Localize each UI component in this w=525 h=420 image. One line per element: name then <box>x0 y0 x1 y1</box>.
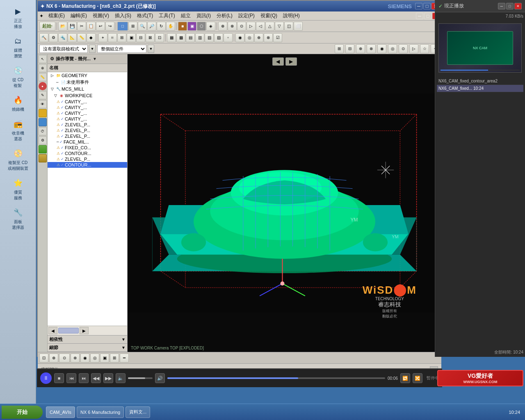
sidebar-item-radio[interactable]: 📻 收音機選器 <box>2 116 34 144</box>
tb-view2[interactable]: ⊞ <box>128 22 137 31</box>
tb-open[interactable]: 📂 <box>58 22 67 31</box>
tb2-8[interactable]: ⌗ <box>108 33 117 42</box>
tree-item-8[interactable]: ⚠ ✓ FIXED_CO... <box>48 145 127 151</box>
tb-cam7[interactable]: ▽ <box>275 22 284 31</box>
repeat-button[interactable]: 🔁 <box>400 373 410 383</box>
lt-snap[interactable]: ⊕ <box>39 64 47 72</box>
filter-btn3[interactable]: ⊕ <box>356 44 365 53</box>
tb2-19[interactable]: ▨ <box>214 33 223 42</box>
scroll-thumb[interactable] <box>58 328 79 333</box>
menu-format[interactable]: 格式(T) <box>135 12 155 20</box>
filter-btn1[interactable]: ⊞ <box>335 44 344 53</box>
volume-bar[interactable] <box>128 377 153 379</box>
tree-item-10[interactable]: ⚠ ✓ ZLEVEL_P... <box>48 156 127 162</box>
tree-item-0[interactable]: ⚠ ✓ CAVITY_... <box>48 99 127 105</box>
tb2-16[interactable]: ▤ <box>186 33 195 42</box>
lt-select[interactable]: ↖ <box>39 55 47 63</box>
filter-btn6[interactable]: ◎ <box>388 44 397 53</box>
tree-mcs[interactable]: ▽ 🔧 MCS_MILL <box>48 86 127 92</box>
nav-btn[interactable]: ▼ <box>91 55 99 63</box>
menu-insert[interactable]: 插入(S) <box>112 12 134 20</box>
lt-measure[interactable]: 📏 <box>39 73 47 81</box>
tb-redo[interactable]: ↪ <box>105 22 114 31</box>
tb2-6[interactable]: ◆ <box>87 33 96 42</box>
ff-button[interactable]: ▶▶ <box>103 373 113 383</box>
nx-maximize-button[interactable]: □ <box>423 3 431 9</box>
tb-cam4[interactable]: ▷ <box>247 22 256 31</box>
filter-btn2[interactable]: ⊟ <box>345 44 354 53</box>
bt-7[interactable]: ▣ <box>100 354 109 363</box>
tb2-23[interactable]: ⊕ <box>254 33 263 42</box>
vol-down[interactable]: 🔈 <box>116 373 126 383</box>
viewport[interactable]: ◀ ▶ <box>128 54 441 352</box>
tb2-4[interactable]: 📐 <box>68 33 77 42</box>
nav-dependency-section[interactable]: 相依性 ▼ <box>48 336 127 344</box>
sidebar-item-panel[interactable]: 🔧 面板選擇器 <box>2 204 34 232</box>
tb2-18[interactable]: ▧ <box>205 33 214 42</box>
sidebar-item-quality[interactable]: ⭐ 優質服務 <box>2 175 34 203</box>
tb2-5[interactable]: 📏 <box>77 33 86 42</box>
tb-pan[interactable]: ✋ <box>166 22 175 31</box>
tb2-3[interactable]: 🔩 <box>58 33 67 42</box>
tb2-25[interactable]: ☑ <box>273 33 282 42</box>
bt-4[interactable]: ⊗ <box>71 354 80 363</box>
lt-view[interactable]: 👁 <box>39 100 47 108</box>
tree-workpiece[interactable]: ▽ ◉ WORKPIECE <box>48 92 127 99</box>
vol-up[interactable]: 🔊 <box>155 373 165 383</box>
media-close[interactable]: ✕ <box>514 3 522 9</box>
menu-window[interactable]: 視窗(Q) <box>258 12 280 20</box>
menu-info[interactable]: 資訊(I) <box>194 12 213 20</box>
tree-item-4[interactable]: ⚠ ✓ ZLEVEL_P... <box>48 122 127 128</box>
pause-button[interactable]: II <box>40 372 52 384</box>
tb-cam1[interactable]: ⊕ <box>218 22 227 31</box>
tb-copy-tb[interactable]: 📋 <box>87 22 96 31</box>
tb2-12[interactable]: ⊠ <box>146 33 155 42</box>
tb2-11[interactable]: ⊟ <box>136 33 145 42</box>
bt-1[interactable]: ⊡ <box>39 354 48 363</box>
lt-color2[interactable] <box>39 118 47 126</box>
tb2-22[interactable]: ◎ <box>245 33 254 42</box>
start-button[interactable]: 起始· <box>39 22 55 31</box>
bt-5[interactable]: ◉ <box>80 354 89 363</box>
menu-edit[interactable]: 編輯(E) <box>68 12 89 20</box>
tree-item-1[interactable]: ⚠ ✓ CAVITY_... <box>48 105 127 110</box>
rw-button[interactable]: ◀◀ <box>91 373 101 383</box>
tb-view1[interactable]: □ <box>117 22 128 31</box>
tb-3d2[interactable]: ▣ <box>187 22 196 31</box>
menu-tools[interactable]: 工具(T) <box>156 12 177 20</box>
menu-preferences[interactable]: 設定(P) <box>236 12 257 20</box>
taskbar-nx[interactable]: NX 6 Manufacturing <box>77 406 124 418</box>
tb-cam3[interactable]: ⊙ <box>237 22 246 31</box>
menu-assembly[interactable]: 組立 <box>178 12 193 20</box>
menu-analysis[interactable]: 分析(L) <box>214 12 235 20</box>
bt-3[interactable]: ⊙ <box>59 354 70 363</box>
nx-inner-max[interactable]: □ <box>424 13 431 19</box>
assembly-select[interactable]: 整個組立件 <box>97 45 146 53</box>
scroll-right[interactable]: ▶ <box>80 327 89 334</box>
media-file-2[interactable]: NX6_CAM_fixed... 10:24 <box>437 85 523 92</box>
tb-cam2[interactable]: ⊗ <box>228 22 237 31</box>
tb-zoom-out[interactable]: 🔎 <box>147 22 156 31</box>
nx-minimize-button[interactable]: ─ <box>415 3 422 9</box>
tb2-24[interactable]: ⊗ <box>264 33 273 42</box>
lt-color1[interactable] <box>39 109 47 117</box>
tree-unused[interactable]: ━ 📄 未使用事件 <box>48 79 127 86</box>
tb2-20[interactable]: ▫ <box>224 33 233 42</box>
tree-item-9[interactable]: ⚠ ✓ CONTOUR... <box>48 151 127 156</box>
sidebar-item-burn[interactable]: 🔥 燒錄機 <box>2 92 34 114</box>
tree-item-6[interactable]: ⚠ ✓ ZLEVEL_P... <box>48 133 127 139</box>
lt-green-btn[interactable] <box>39 145 47 153</box>
filter-btn4[interactable]: ⊗ <box>367 44 376 53</box>
tb-zoom-in[interactable]: 🔍 <box>138 22 147 31</box>
tree-geometry[interactable]: ▷ 📁 GEOMETRY <box>48 72 127 79</box>
assembly-arrow[interactable]: ▼ <box>148 45 154 53</box>
menu-view[interactable]: 視圖(V) <box>90 12 112 20</box>
tb2-7[interactable]: ⌖ <box>98 33 107 42</box>
media-min[interactable]: ─ <box>498 3 505 9</box>
prev-button[interactable]: ⏮ <box>66 373 76 383</box>
stop-button[interactable]: ■ <box>54 373 64 383</box>
filter-btn7[interactable]: ⊙ <box>399 44 408 53</box>
tb-3d1[interactable]: ■ <box>178 22 187 31</box>
tb-cut[interactable]: ✂ <box>77 22 86 31</box>
taskbar-data[interactable]: 資料文... <box>126 406 150 418</box>
